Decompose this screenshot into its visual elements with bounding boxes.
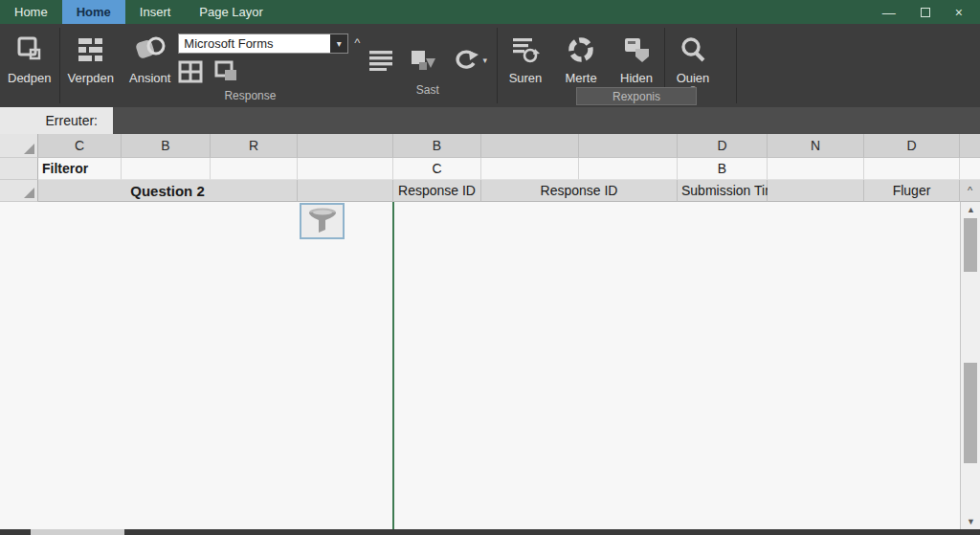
column-letter-B[interactable]: B	[393, 134, 481, 158]
filter-funnel-cell[interactable]	[300, 203, 345, 239]
submission-time-header[interactable]: Submission Time	[678, 180, 768, 202]
ribbon-tab-home[interactable]: Home	[0, 0, 62, 24]
ribbon-separator	[736, 28, 737, 103]
row-gutter[interactable]	[0, 180, 38, 202]
forms-combobox-value: Microsoft Forms	[179, 36, 330, 51]
ribbon-collapse-icon[interactable]: ^	[354, 35, 360, 50]
scrollbar-thumb[interactable]	[964, 218, 977, 272]
column-letter-blank[interactable]	[579, 134, 678, 158]
filteror-cell[interactable]: Filteror	[38, 158, 122, 180]
name-box-tab[interactable]: Erreuter:	[0, 107, 113, 134]
hiden-label: Hiden	[620, 71, 653, 85]
suren-button[interactable]: Suren	[498, 24, 553, 91]
select-all-triangle-icon[interactable]	[24, 144, 34, 154]
select-all-triangle-icon[interactable]	[24, 188, 34, 198]
copy-pages-icon[interactable]	[212, 60, 239, 83]
cell	[960, 158, 980, 180]
column-letter-blank[interactable]	[960, 134, 980, 158]
cell[interactable]	[211, 158, 298, 180]
grid-window-icon[interactable]	[178, 60, 203, 83]
ouien-button[interactable]: Ouien ▾	[665, 24, 721, 91]
column-letter-R[interactable]: R	[211, 134, 298, 158]
donut-icon	[566, 32, 596, 68]
merte-button[interactable]: Merte	[553, 24, 609, 91]
cell[interactable]	[122, 158, 211, 180]
cell-b[interactable]: B	[678, 158, 768, 180]
cell-c[interactable]: C	[393, 158, 481, 180]
cell[interactable]	[768, 158, 864, 180]
ribbon-tab-home[interactable]: Home	[62, 0, 125, 24]
ribbon-tab-strip: HomeHomeInsertPage Layor	[0, 0, 278, 24]
sast-group: ▾ Sast	[368, 24, 487, 107]
column-letter-D[interactable]: D	[864, 134, 960, 158]
response-id-header-1[interactable]: Response ID	[393, 180, 481, 202]
column-header-row: CBRBDND	[0, 134, 980, 158]
title-bar: HomeHomeInsertPage Layor — ×	[0, 0, 980, 24]
hiden-button[interactable]: Hiden	[609, 24, 664, 91]
block-list-icon	[76, 32, 106, 68]
column-letter-blank[interactable]	[298, 134, 393, 158]
maximize-button[interactable]	[921, 8, 930, 17]
verpden-label: Verpden	[68, 71, 114, 85]
scroll-collapse-icon[interactable]: ^	[960, 180, 980, 202]
dedpen-button[interactable]: Dedpen	[0, 24, 59, 107]
fill-shape-arrow-icon[interactable]	[410, 49, 436, 72]
rexponis-group: Suren Merte	[498, 24, 721, 107]
column-letter-D[interactable]: D	[678, 134, 768, 158]
pane-split-line	[392, 202, 394, 529]
paste-squares-icon	[15, 32, 44, 68]
response-group-label: Response	[140, 89, 360, 102]
funnel-filter-icon	[306, 208, 339, 234]
vertical-scrollbar[interactable]: ▲ ▼	[960, 202, 980, 529]
question-2-header[interactable]: Question 2	[38, 180, 298, 202]
dedpen-label: Dedpen	[8, 71, 52, 85]
cell[interactable]	[768, 180, 864, 202]
cell[interactable]	[298, 158, 393, 180]
combobox-dropdown-icon[interactable]: ▾	[330, 34, 347, 53]
flag-save-icon	[622, 32, 651, 68]
rexponis-group-label: Rexponis	[612, 90, 660, 103]
scrollbar-thumb[interactable]	[964, 363, 977, 463]
suren-label: Suren	[509, 71, 543, 85]
sast-group-label: Sast	[368, 83, 487, 97]
excel-window: HomeHomeInsertPage Layor — × Dedpen	[0, 0, 980, 535]
ribbon: Dedpen Verpden Ansiont	[0, 24, 980, 107]
close-button[interactable]: ×	[955, 5, 963, 20]
cell[interactable]	[298, 180, 393, 202]
fluger-header[interactable]: Fluger	[864, 180, 960, 202]
sort-refresh-icon	[511, 32, 540, 68]
table-header-row: Question 2 Response ID Response ID Submi…	[0, 180, 980, 202]
window-controls: — ×	[882, 0, 980, 24]
cell[interactable]	[864, 158, 960, 180]
ansiont-label: Ansiont	[129, 71, 170, 85]
rotate-arrow-icon[interactable]: ▾	[452, 49, 487, 72]
align-lines-icon[interactable]	[368, 50, 394, 71]
forms-combobox[interactable]: Microsoft Forms ▾	[178, 33, 348, 54]
search-icon	[679, 32, 706, 68]
ribbon-tab-insert[interactable]: Insert	[125, 0, 186, 24]
cell[interactable]	[579, 158, 678, 180]
response-id-header-2[interactable]: Response ID	[481, 180, 678, 202]
row-gutter[interactable]	[0, 158, 38, 180]
minimize-button[interactable]: —	[882, 5, 896, 20]
scroll-down-icon[interactable]: ▼	[961, 514, 980, 529]
spreadsheet: CBRBDND Filteror C B Question 2 Response…	[0, 134, 980, 529]
name-bar: Erreuter:	[0, 107, 980, 134]
column-letter-N[interactable]: N	[768, 134, 864, 158]
column-letter-B[interactable]: B	[122, 134, 211, 158]
column-letter-C[interactable]: C	[38, 134, 122, 158]
name-box-label: Erreuter:	[46, 113, 98, 128]
verpden-button[interactable]: Verpden	[60, 24, 122, 107]
merge-shapes-icon	[131, 32, 169, 68]
merte-label: Merte	[565, 71, 596, 85]
forms-combo-group: Microsoft Forms ▾ ^	[178, 24, 360, 107]
rexponis-group-label-box: Rexponis	[576, 87, 697, 105]
rotate-dropdown-caret[interactable]: ▾	[482, 57, 487, 63]
horizontal-scrollbar-thumb[interactable]	[31, 529, 124, 535]
ribbon-tab-page-layor[interactable]: Page Layor	[185, 0, 278, 24]
column-letter-blank[interactable]	[481, 134, 579, 158]
horizontal-scrollbar[interactable]	[0, 529, 980, 535]
cell[interactable]	[481, 158, 579, 180]
select-all-corner[interactable]	[0, 134, 38, 158]
scroll-up-icon[interactable]: ▲	[961, 202, 980, 217]
